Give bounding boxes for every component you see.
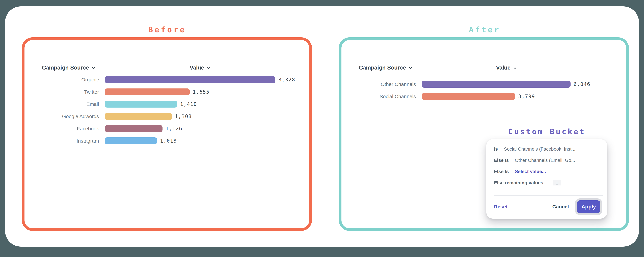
before-section-title: Before	[148, 25, 186, 34]
row-value: 3,328	[278, 77, 295, 83]
before-value-header-label: Value	[190, 64, 204, 71]
custom-bucket-popup: Is Social Channels (Facebook, Inst... El…	[486, 139, 607, 219]
row-label: Instagram	[22, 138, 99, 144]
before-bar-table: Organic3,328Twitter1,655Email1,410Google…	[22, 76, 295, 144]
row-label: Email	[22, 101, 99, 107]
value-bar[interactable]	[105, 137, 157, 144]
value-bar[interactable]	[105, 88, 190, 95]
rule-condition-label: Is	[494, 146, 498, 152]
value-bar[interactable]	[422, 93, 515, 100]
bucket-rules-list: Is Social Channels (Facebook, Inst... El…	[494, 146, 602, 186]
row-label: Social Channels	[339, 94, 416, 99]
table-row: Other Channels6,046	[339, 81, 590, 88]
after-bar-table: Other Channels6,046Social Channels3,799	[339, 81, 590, 100]
rule-value-selector[interactable]: Social Channels (Facebook, Inst...	[504, 146, 575, 152]
row-value: 1,126	[166, 126, 182, 132]
row-label: Twitter	[22, 89, 99, 95]
bucket-rule-row: Else remaining values i	[494, 180, 602, 186]
chevron-down-icon	[513, 66, 517, 70]
after-value-header-label: Value	[496, 64, 510, 71]
bucket-rule-row: Else Is Select value...	[494, 169, 602, 174]
rule-value-selector[interactable]: Other Channels (Email, Go...	[515, 158, 575, 163]
table-row: Organic3,328	[22, 76, 295, 83]
row-label: Organic	[22, 77, 99, 83]
apply-button[interactable]: Apply	[577, 200, 600, 213]
after-campaign-source-header-label: Campaign Source	[359, 64, 406, 71]
reset-button[interactable]: Reset	[494, 204, 508, 210]
chevron-down-icon	[409, 66, 412, 70]
row-label: Google Adwords	[22, 114, 99, 119]
table-row: Google Adwords1,308	[22, 113, 295, 120]
row-value: 1,655	[193, 89, 210, 95]
popup-footer: Reset Cancel Apply	[494, 200, 600, 214]
table-row: Instagram1,018	[22, 137, 295, 144]
cancel-button[interactable]: Cancel	[552, 204, 569, 210]
row-value: 1,308	[175, 113, 192, 119]
row-value: 3,799	[518, 93, 535, 99]
row-label: Facebook	[22, 126, 99, 132]
screen: Before After Campaign Source Value Campa…	[0, 0, 644, 257]
bucket-rule-row: Is Social Channels (Facebook, Inst...	[494, 146, 602, 152]
row-value: 1,410	[180, 101, 197, 107]
custom-bucket-title: Custom Bucket	[508, 127, 586, 136]
info-icon[interactable]: i	[553, 180, 561, 186]
table-row: Twitter1,655	[22, 88, 295, 95]
value-bar[interactable]	[105, 101, 177, 108]
row-label: Other Channels	[339, 81, 416, 87]
row-value: 1,018	[160, 138, 177, 144]
report-canvas: Before After Campaign Source Value Campa…	[5, 6, 639, 247]
row-value: 6,046	[574, 81, 590, 87]
chevron-down-icon	[207, 66, 210, 70]
after-campaign-source-header[interactable]: Campaign Source	[359, 64, 412, 71]
value-bar[interactable]	[105, 76, 276, 83]
bucket-rule-row: Else Is Other Channels (Email, Go...	[494, 158, 602, 163]
value-bar[interactable]	[105, 113, 172, 120]
after-section-title: After	[469, 25, 500, 34]
value-bar[interactable]	[422, 81, 570, 88]
table-row: Facebook1,126	[22, 125, 295, 132]
before-campaign-source-header[interactable]: Campaign Source	[42, 64, 96, 71]
value-bar[interactable]	[105, 125, 162, 132]
select-value-link[interactable]: Select value...	[515, 169, 546, 174]
after-value-header[interactable]: Value	[496, 64, 517, 71]
chevron-down-icon	[92, 66, 96, 70]
popup-footer-divider	[494, 195, 604, 196]
table-row: Email1,410	[22, 101, 295, 108]
rule-condition-label: Else Is	[494, 169, 509, 174]
table-row: Social Channels3,799	[339, 93, 590, 100]
rule-condition-label: Else Is	[494, 158, 509, 163]
rule-condition-label: Else remaining values	[494, 180, 543, 186]
before-value-header[interactable]: Value	[190, 64, 210, 71]
before-campaign-source-header-label: Campaign Source	[42, 64, 89, 71]
